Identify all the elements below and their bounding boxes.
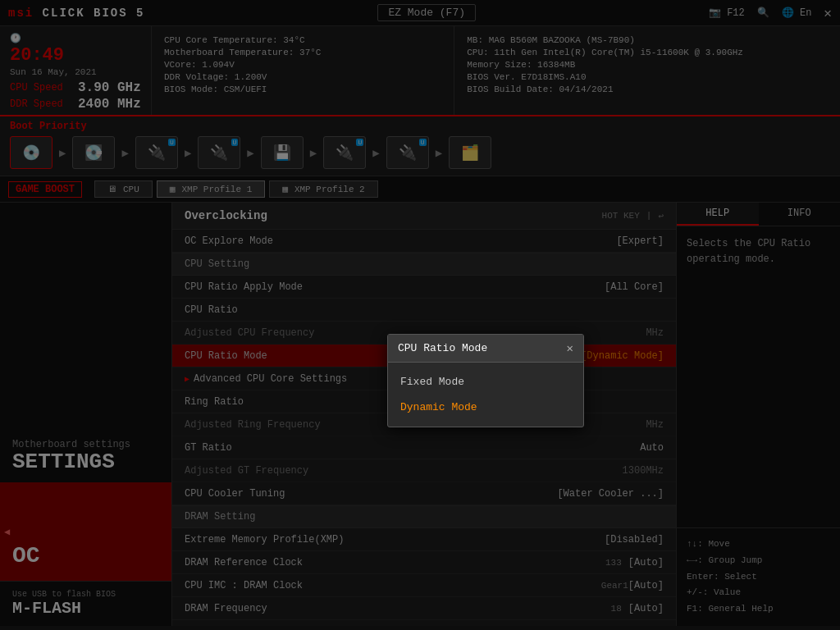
- modal-header: CPU Ratio Mode ✕: [388, 335, 583, 363]
- modal-close-button[interactable]: ✕: [567, 341, 573, 355]
- modal-option-dynamic[interactable]: Dynamic Mode: [388, 395, 583, 420]
- modal-option-fixed[interactable]: Fixed Mode: [388, 369, 583, 395]
- modal-body: Fixed Mode Dynamic Mode: [388, 363, 583, 427]
- modal-overlay: CPU Ratio Mode ✕ Fixed Mode Dynamic Mode: [0, 0, 840, 630]
- cpu-ratio-mode-modal: CPU Ratio Mode ✕ Fixed Mode Dynamic Mode: [387, 334, 584, 427]
- modal-title: CPU Ratio Mode: [398, 342, 487, 354]
